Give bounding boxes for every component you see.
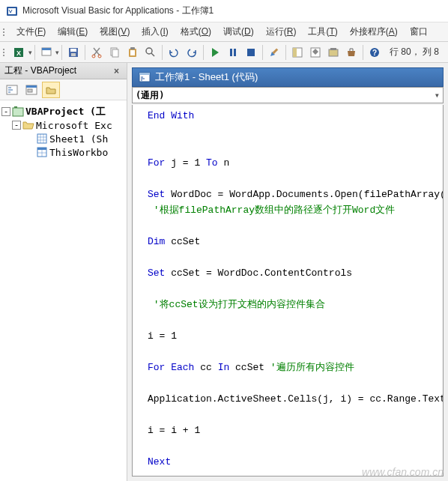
reset-icon[interactable]	[243, 44, 259, 61]
svg-rect-32	[13, 108, 23, 116]
tree-label: ThisWorkbo	[49, 147, 108, 158]
code-window-title: 工作簿1 - Sheet1 (代码)	[155, 70, 258, 84]
properties-window-icon[interactable]	[307, 44, 324, 61]
svg-rect-38	[139, 73, 150, 75]
object-browser-icon[interactable]	[325, 44, 342, 61]
save-icon[interactable]	[65, 44, 82, 61]
find-icon[interactable]	[142, 44, 159, 61]
svg-rect-20	[272, 48, 278, 54]
view-code-icon[interactable]	[3, 82, 21, 98]
svg-rect-15	[130, 47, 135, 49]
code-window-icon	[139, 71, 151, 83]
main-toolbar: X ▾ ▾ ? 行 80， 列 8	[0, 42, 448, 63]
redo-icon[interactable]	[184, 44, 200, 61]
run-icon[interactable]	[207, 44, 223, 61]
toolbar-grip[interactable]	[3, 49, 7, 56]
window-title: Microsoft Visual Basic for Applications …	[22, 4, 214, 17]
svg-rect-18	[234, 49, 236, 56]
vba-project-icon	[12, 106, 24, 118]
menu-item-外接程序[interactable]: 外接程序(A)	[344, 22, 404, 41]
svg-rect-24	[329, 49, 338, 56]
menu-item-视图[interactable]: 视图(V)	[94, 22, 136, 41]
insert-userform-icon[interactable]	[38, 44, 55, 61]
toolbox-icon[interactable]	[343, 44, 360, 61]
svg-rect-36	[37, 148, 46, 150]
design-mode-icon[interactable]	[266, 44, 282, 61]
menu-item-格式[interactable]: 格式(O)	[175, 22, 217, 41]
project-explorer-icon[interactable]	[289, 44, 306, 61]
svg-rect-7	[70, 49, 76, 52]
vba-app-icon	[6, 5, 18, 17]
svg-rect-31	[28, 89, 32, 92]
tree-label: VBAProject (工	[25, 105, 106, 118]
collapse-icon[interactable]: -	[1, 107, 10, 116]
watermark: www.cfan.com.cn	[362, 466, 444, 478]
code-editor[interactable]: End With For j = 1 To n Set WordDoc = Wo…	[132, 105, 444, 477]
undo-icon[interactable]	[166, 44, 182, 61]
menu-item-工具[interactable]: 工具(T)	[302, 22, 343, 41]
svg-rect-14	[130, 50, 135, 55]
project-panel-toolbar	[0, 79, 127, 100]
svg-rect-19	[247, 49, 255, 56]
svg-rect-17	[230, 49, 232, 56]
view-object-icon[interactable]	[22, 82, 40, 98]
collapse-icon[interactable]: -	[12, 121, 21, 130]
cursor-position: 行 80， 列 8	[390, 46, 445, 58]
break-icon[interactable]	[225, 44, 241, 61]
svg-rect-25	[330, 48, 336, 50]
svg-rect-22	[293, 48, 297, 57]
svg-rect-30	[26, 85, 37, 88]
workbook-icon	[36, 146, 48, 158]
tree-folder[interactable]: - Microsoft Exc	[1, 118, 125, 132]
title-bar: Microsoft Visual Basic for Applications …	[0, 0, 448, 22]
tree-label: Microsoft Exc	[36, 120, 112, 131]
menu-item-窗口[interactable]: 窗口	[404, 22, 434, 41]
folder-open-icon	[22, 119, 34, 131]
tree-label: Sheet1 (Sh	[49, 133, 108, 145]
view-excel-icon[interactable]: X	[11, 44, 28, 61]
tree-root[interactable]: - VBAProject (工	[1, 105, 125, 118]
svg-rect-5	[42, 48, 51, 50]
code-window-title-bar[interactable]: 工作簿1 - Sheet1 (代码)	[132, 67, 444, 87]
project-panel-title-bar: 工程 - VBAProject ×	[0, 63, 127, 79]
project-tree: - VBAProject (工 - Microsoft Exc Sheet1 (…	[0, 100, 127, 163]
svg-rect-34	[37, 134, 46, 143]
svg-rect-12	[112, 49, 118, 57]
menu-bar: 文件(F)编辑(E)视图(V)插入(I)格式(O)调试(D)运行(R)工具(T)…	[0, 22, 448, 42]
project-explorer-panel: 工程 - VBAProject × - VBAProject (工 - Micr…	[0, 63, 127, 481]
svg-text:?: ?	[372, 49, 377, 57]
menu-item-运行[interactable]: 运行(R)	[260, 22, 303, 41]
svg-point-16	[146, 48, 152, 54]
help-icon[interactable]: ?	[366, 44, 383, 61]
svg-rect-33	[14, 106, 17, 108]
close-icon[interactable]: ×	[111, 66, 122, 76]
code-area: 工作簿1 - Sheet1 (代码) (通用)▾ End With For j …	[127, 63, 448, 481]
menu-item-编辑[interactable]: 编辑(E)	[52, 22, 94, 41]
menu-item-文件[interactable]: 文件(F)	[10, 22, 52, 41]
menu-item-调试[interactable]: 调试(D)	[217, 22, 260, 41]
paste-icon[interactable]	[124, 44, 141, 61]
tree-thisworkbook[interactable]: ThisWorkbo	[1, 145, 125, 159]
toolbar-grip[interactable]	[3, 28, 7, 36]
worksheet-icon	[36, 133, 48, 145]
menu-item-插入[interactable]: 插入(I)	[136, 22, 174, 41]
object-dropdown[interactable]: (通用)▾	[132, 87, 444, 103]
svg-text:X: X	[16, 49, 21, 57]
copy-icon[interactable]	[106, 44, 123, 61]
svg-rect-8	[71, 53, 76, 56]
project-panel-title: 工程 - VBAProject	[4, 64, 76, 77]
tree-sheet1[interactable]: Sheet1 (Sh	[1, 132, 125, 145]
cut-icon[interactable]	[88, 44, 105, 61]
toggle-folders-icon[interactable]	[42, 82, 60, 98]
